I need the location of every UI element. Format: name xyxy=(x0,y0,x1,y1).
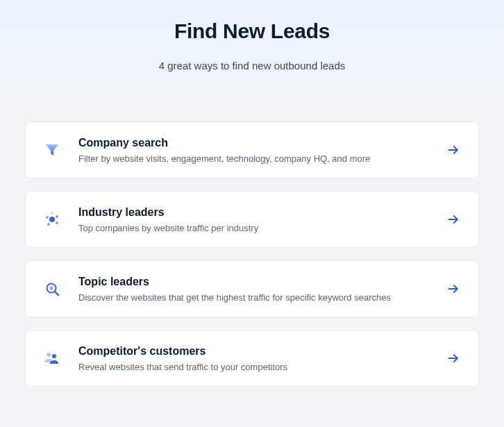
card-desc: Top companies by website traffic per ind… xyxy=(78,223,445,233)
cards-list: Company search Filter by website visits,… xyxy=(0,105,504,408)
card-desc: Reveal websites that send traffic to you… xyxy=(78,362,445,372)
arrow-right-icon xyxy=(445,351,462,365)
people-icon xyxy=(37,343,67,374)
card-body: Topic leaders Discover the websites that… xyxy=(78,276,445,303)
svg-point-1 xyxy=(49,217,55,222)
card-title: Industry leaders xyxy=(78,206,445,219)
svg-point-3 xyxy=(56,215,58,218)
funnel-icon xyxy=(37,135,67,165)
page-title: Find New Leads xyxy=(14,19,490,43)
hero-section: Find New Leads 4 great ways to find new … xyxy=(0,0,504,105)
magnify-icon xyxy=(37,274,67,304)
svg-point-2 xyxy=(46,216,49,219)
svg-point-5 xyxy=(56,221,58,224)
card-topic-leaders[interactable]: Topic leaders Discover the websites that… xyxy=(25,260,479,317)
page-subtitle: 4 great ways to find new outbound leads xyxy=(14,60,490,72)
card-desc: Filter by website visits, engagement, te… xyxy=(78,153,445,164)
card-desc: Discover the websites that get the highe… xyxy=(78,292,445,303)
card-competitor-customers[interactable]: Competitor's customers Reveal websites t… xyxy=(25,330,479,387)
card-industry-leaders[interactable]: Industry leaders Top companies by websit… xyxy=(25,191,479,248)
arrow-right-icon xyxy=(445,143,462,157)
card-body: Industry leaders Top companies by websit… xyxy=(78,206,445,233)
svg-point-9 xyxy=(50,287,53,290)
card-body: Competitor's customers Reveal websites t… xyxy=(78,345,445,372)
svg-point-13 xyxy=(52,354,56,358)
svg-point-6 xyxy=(51,212,53,215)
svg-line-10 xyxy=(55,292,58,295)
network-icon xyxy=(37,204,67,235)
card-company-search[interactable]: Company search Filter by website visits,… xyxy=(25,122,479,178)
svg-point-4 xyxy=(47,223,50,226)
card-title: Competitor's customers xyxy=(78,345,445,358)
svg-point-12 xyxy=(47,353,51,357)
card-title: Topic leaders xyxy=(78,276,445,288)
arrow-right-icon xyxy=(445,212,462,226)
arrow-right-icon xyxy=(445,282,462,296)
card-body: Company search Filter by website visits,… xyxy=(78,137,445,164)
card-title: Company search xyxy=(78,137,445,149)
